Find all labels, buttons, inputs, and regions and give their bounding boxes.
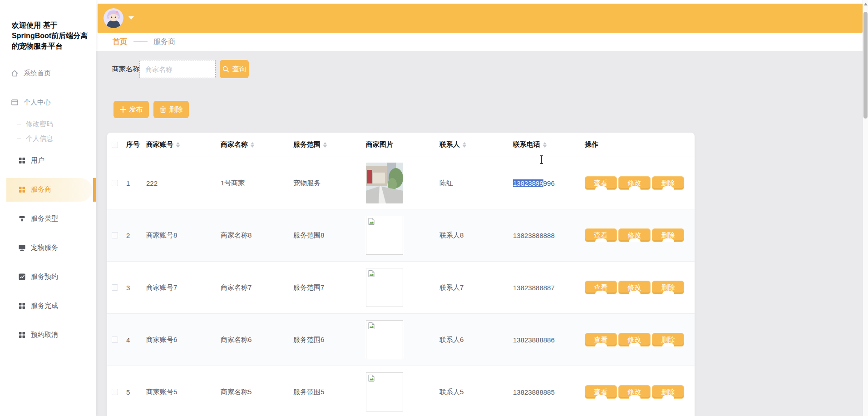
edit-button[interactable]: 修改: [618, 333, 651, 347]
sidebar-item-label: 服务完成: [31, 302, 58, 310]
header-cell-2[interactable]: 商家名称: [220, 140, 292, 149]
sidebar-item-7[interactable]: 服务完成: [0, 292, 96, 321]
sidebar-title: 欢迎使用 基于 SpringBoot前后端分离 的宠物服务平台: [12, 20, 90, 52]
cell-checkbox: [107, 284, 125, 291]
column-label: 联系电话: [513, 140, 540, 149]
cell-scope: 服务范围8: [292, 231, 365, 240]
grid-icon: [18, 302, 26, 310]
scrollbar-thumb[interactable]: [863, 12, 868, 119]
column-label: 序号: [126, 140, 140, 149]
cell-image: [365, 372, 439, 411]
sort-carets-icon[interactable]: [176, 142, 180, 148]
avatar-dropdown-caret-icon[interactable]: [128, 16, 134, 20]
cell-actions: 查看修改删除: [584, 333, 695, 347]
sort-carets-icon[interactable]: [251, 142, 254, 148]
breadcrumb-home[interactable]: 首页: [113, 37, 127, 47]
sidebar-submenu: 修改密码个人信息: [17, 117, 96, 146]
grid-icon: [18, 186, 26, 193]
select-all-checkbox[interactable]: [112, 142, 118, 148]
row-delete-button[interactable]: 删除: [652, 333, 684, 347]
cell-phone: 13823888887: [512, 284, 584, 292]
publish-button[interactable]: 发布: [113, 101, 149, 118]
broken-image-icon: [368, 374, 375, 382]
row-delete-button[interactable]: 删除: [652, 281, 684, 294]
edit-button[interactable]: 修改: [618, 176, 651, 190]
delete-button[interactable]: 删除: [153, 101, 189, 118]
broken-image-icon: [368, 270, 375, 277]
cell-image: [365, 216, 439, 255]
sidebar-item-8[interactable]: 预约取消: [0, 321, 96, 350]
merchant-image-broken: [366, 372, 403, 411]
row-checkbox[interactable]: [112, 389, 118, 395]
row-checkbox[interactable]: [112, 337, 118, 343]
row-contact: 联系人5: [439, 388, 464, 396]
sidebar-subitem-0[interactable]: 修改密码: [17, 117, 96, 132]
header-cell-5[interactable]: 联系人: [439, 140, 512, 149]
sort-carets-icon[interactable]: [323, 142, 327, 148]
row-account: 商家账号8: [146, 231, 177, 240]
content-area: 商家名称 查询 发布: [96, 51, 863, 416]
sidebar: 欢迎使用 基于 SpringBoot前后端分离 的宠物服务平台 系统首页个人中心…: [0, 0, 96, 416]
view-button[interactable]: 查看: [585, 176, 617, 190]
row-no: 4: [126, 336, 130, 344]
row-checkbox[interactable]: [112, 232, 118, 238]
row-delete-button[interactable]: 删除: [652, 385, 684, 399]
view-button[interactable]: 查看: [585, 333, 617, 347]
cell-checkbox: [107, 232, 125, 238]
view-button[interactable]: 查看: [585, 281, 617, 294]
search-input[interactable]: [139, 60, 216, 78]
vertical-scrollbar[interactable]: [863, 0, 868, 416]
view-button[interactable]: 查看: [585, 385, 617, 399]
row-account: 商家账号7: [146, 283, 177, 292]
row-name: 1号商家: [221, 179, 245, 188]
cell-scope: 服务范围5: [292, 388, 365, 396]
view-button[interactable]: 查看: [585, 228, 617, 242]
table-row-3: 3商家账号7商家名称7服务范围7联系人713823888887查看修改删除: [107, 261, 695, 313]
home-icon: [11, 69, 19, 77]
cell-no: 5: [125, 388, 145, 396]
edit-button[interactable]: 修改: [618, 385, 651, 399]
sidebar-item-0[interactable]: 系统首页: [0, 59, 96, 88]
top-header-bar: [98, 4, 863, 33]
row-scope: 宠物服务: [293, 179, 321, 188]
row-account: 222: [146, 179, 158, 187]
trash-icon: [160, 106, 166, 113]
cell-image: [365, 163, 439, 203]
sidebar-item-2[interactable]: 用户: [0, 146, 96, 175]
breadcrumb-separator: ——: [133, 38, 147, 46]
row-checkbox[interactable]: [112, 284, 118, 291]
sidebar-item-4[interactable]: 服务类型: [0, 204, 96, 233]
header-cell-1[interactable]: 商家账号: [145, 140, 220, 149]
merchant-photo: [366, 163, 403, 203]
sidebar-subitem-1[interactable]: 个人信息: [17, 132, 96, 146]
table-header-row: 序号商家账号商家名称服务范围商家图片联系人联系电话操作: [107, 133, 695, 157]
row-checkbox[interactable]: [112, 180, 118, 186]
sidebar-item-5[interactable]: 宠物服务: [0, 233, 96, 262]
scrollbar-up-arrow-icon[interactable]: [864, 3, 868, 5]
cell-phone: 13823888888: [512, 232, 584, 239]
edit-button[interactable]: 修改: [618, 228, 651, 242]
sidebar-item-1[interactable]: 个人中心: [0, 88, 96, 117]
column-label: 商家账号: [146, 140, 173, 149]
header-cell-3[interactable]: 服务范围: [292, 140, 365, 149]
sort-carets-icon[interactable]: [463, 142, 466, 148]
sidebar-item-3[interactable]: 服务商: [6, 178, 92, 202]
merchant-image-broken: [366, 216, 403, 255]
sidebar-item-6[interactable]: 服务预约: [0, 262, 96, 292]
publish-button-label: 发布: [129, 105, 143, 114]
edit-button[interactable]: 修改: [618, 281, 651, 294]
header-cell-6[interactable]: 联系电话: [512, 140, 584, 149]
sidebar-item-label: 用户: [31, 156, 44, 165]
cell-actions: 查看修改删除: [584, 281, 695, 294]
row-delete-button[interactable]: 删除: [652, 176, 684, 190]
avatar[interactable]: [104, 8, 123, 28]
row-scope: 服务范围7: [293, 283, 324, 292]
cell-name: 商家名称8: [220, 231, 292, 240]
sidebar-item-label: 个人中心: [24, 98, 51, 107]
query-button[interactable]: 查询: [220, 60, 249, 78]
cell-name: 商家名称5: [220, 388, 292, 396]
row-delete-button[interactable]: 删除: [652, 228, 684, 242]
sidebar-item-label: 服务预约: [31, 272, 58, 281]
sort-carets-icon[interactable]: [543, 142, 547, 148]
merchant-image-broken: [366, 268, 403, 307]
